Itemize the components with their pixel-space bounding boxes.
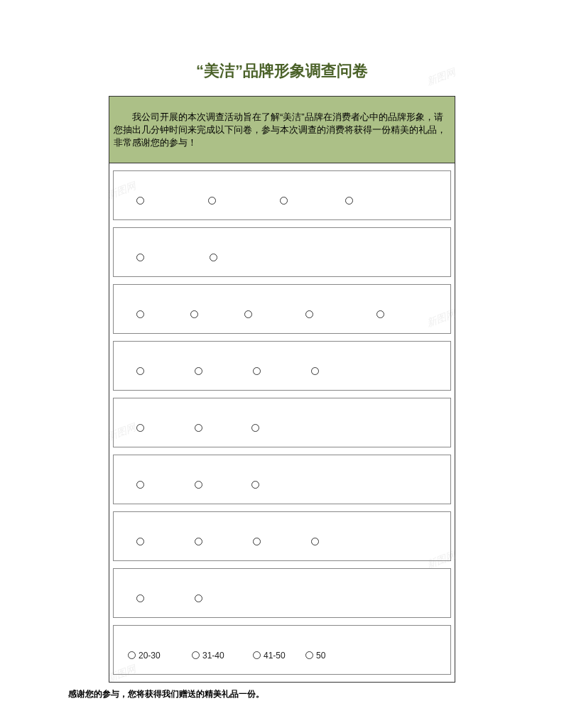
- option-label: 31-40: [202, 651, 224, 661]
- radio-icon: [210, 254, 217, 261]
- options-row: [121, 298, 443, 319]
- radio-icon: [136, 594, 144, 602]
- radio-option[interactable]: [195, 594, 205, 602]
- radio-option[interactable]: [136, 254, 147, 261]
- radio-icon: [136, 310, 144, 318]
- radio-icon: [311, 538, 319, 545]
- radio-option[interactable]: 31-40: [192, 651, 224, 661]
- radio-icon: [305, 651, 313, 659]
- question-block: [113, 227, 451, 277]
- page-title: “美洁”品牌形象调查问卷: [0, 0, 564, 96]
- radio-option[interactable]: [311, 367, 322, 375]
- radio-icon: [251, 424, 259, 432]
- radio-icon: [195, 481, 202, 489]
- intro-text: 我公司开展的本次调查活动旨在了解“美洁”品牌在消费者心中的品牌形象，请您抽出几分…: [109, 97, 455, 163]
- radio-option[interactable]: 50: [305, 651, 325, 661]
- question-block: [113, 511, 451, 561]
- radio-option[interactable]: [311, 538, 322, 545]
- radio-icon: [136, 367, 144, 375]
- question-block: [113, 284, 451, 334]
- radio-option[interactable]: [136, 197, 147, 205]
- radio-icon: [253, 367, 261, 375]
- radio-icon: [376, 310, 384, 318]
- radio-option[interactable]: 20-30: [128, 651, 161, 661]
- question-block: [113, 341, 451, 391]
- radio-icon: [305, 310, 313, 318]
- option-label: 50: [316, 651, 325, 661]
- radio-icon: [195, 594, 202, 602]
- radio-option[interactable]: [195, 481, 205, 489]
- radio-option[interactable]: [345, 197, 356, 205]
- radio-option[interactable]: [251, 481, 262, 489]
- radio-icon: [311, 367, 319, 375]
- radio-option[interactable]: [190, 310, 201, 318]
- question-block: 20-3031-4041-5050: [113, 625, 451, 675]
- radio-icon: [208, 197, 216, 205]
- options-row: 20-3031-4041-5050: [121, 639, 443, 660]
- radio-icon: [195, 424, 202, 432]
- radio-option[interactable]: [136, 424, 147, 432]
- radio-option[interactable]: [210, 254, 220, 261]
- radio-option[interactable]: [195, 367, 205, 375]
- radio-icon: [192, 651, 200, 659]
- question-block: [113, 170, 451, 220]
- radio-icon: [195, 367, 202, 375]
- radio-option[interactable]: [251, 424, 262, 432]
- options-row: [121, 525, 443, 546]
- radio-option[interactable]: [244, 310, 255, 318]
- radio-option[interactable]: [136, 481, 147, 489]
- radio-option[interactable]: [208, 197, 219, 205]
- radio-icon: [345, 197, 353, 205]
- option-label: 41-50: [264, 651, 286, 661]
- options-row: [121, 582, 443, 603]
- questions-list: 20-3031-4041-5050: [109, 170, 455, 675]
- question-block: [113, 398, 451, 447]
- radio-icon: [253, 651, 261, 659]
- radio-option[interactable]: [280, 197, 291, 205]
- radio-option[interactable]: [136, 538, 147, 545]
- radio-icon: [136, 197, 144, 205]
- radio-option[interactable]: [136, 367, 147, 375]
- options-row: [121, 184, 443, 205]
- radio-option[interactable]: 41-50: [253, 651, 286, 661]
- radio-option[interactable]: [305, 310, 316, 318]
- footer-text: 感谢您的参与，您将获得我们赠送的精美礼品一份。: [65, 684, 412, 700]
- radio-option[interactable]: [376, 310, 387, 318]
- radio-icon: [136, 424, 144, 432]
- radio-icon: [251, 481, 259, 489]
- radio-icon: [195, 538, 202, 545]
- options-row: [121, 354, 443, 376]
- radio-icon: [280, 197, 288, 205]
- options-row: [121, 468, 443, 489]
- radio-icon: [244, 310, 252, 318]
- options-row: [121, 411, 443, 433]
- radio-option[interactable]: [195, 538, 205, 545]
- radio-option[interactable]: [136, 594, 147, 602]
- survey-container: 我公司开展的本次调查活动旨在了解“美洁”品牌在消费者心中的品牌形象，请您抽出几分…: [109, 96, 455, 683]
- radio-option[interactable]: [195, 424, 205, 432]
- question-block: [113, 568, 451, 618]
- radio-icon: [190, 310, 198, 318]
- radio-option[interactable]: [136, 310, 147, 318]
- radio-icon: [136, 254, 144, 261]
- radio-icon: [136, 481, 144, 489]
- radio-icon: [253, 538, 261, 545]
- radio-option[interactable]: [253, 367, 264, 375]
- question-block: [113, 455, 451, 504]
- radio-icon: [128, 651, 136, 659]
- radio-option[interactable]: [253, 538, 264, 545]
- options-row: [121, 241, 443, 262]
- radio-icon: [136, 538, 144, 545]
- option-label: 20-30: [139, 651, 161, 661]
